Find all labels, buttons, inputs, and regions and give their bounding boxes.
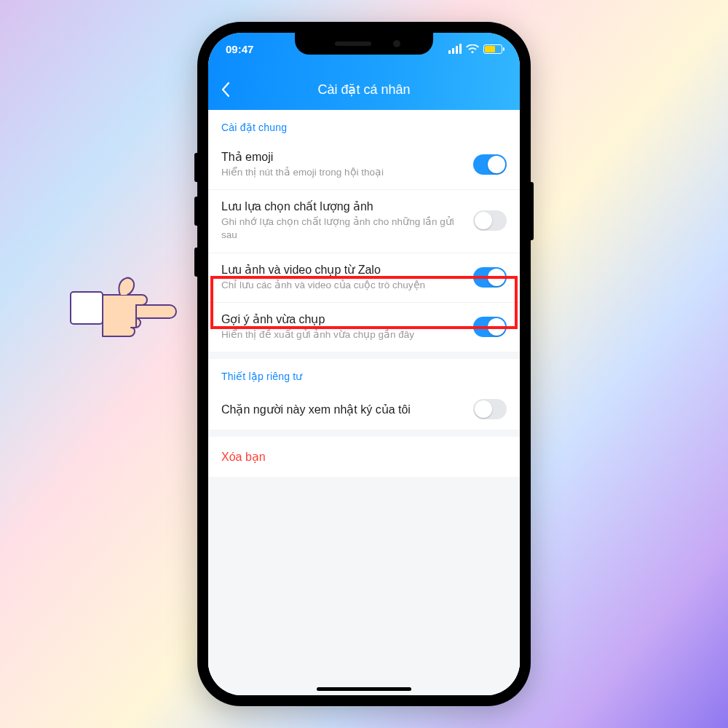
section-heading-general: Cài đặt chung bbox=[208, 110, 520, 141]
row-subtitle: Chỉ lưu các ảnh và video của cuộc trò ch… bbox=[221, 279, 464, 292]
status-indicators bbox=[448, 44, 502, 54]
wifi-icon bbox=[466, 44, 479, 54]
row-emoji[interactable]: Thả emoji Hiển thị nút thả emoji trong h… bbox=[208, 141, 520, 190]
toggle-image-quality[interactable] bbox=[473, 210, 507, 231]
status-time: 09:47 bbox=[226, 43, 253, 55]
row-subtitle: Ghi nhớ lựa chọn chất lượng ảnh cho nhữn… bbox=[221, 215, 464, 242]
row-image-quality[interactable]: Lưu lựa chọn chất lượng ảnh Ghi nhớ lựa … bbox=[208, 190, 520, 253]
home-indicator[interactable] bbox=[317, 687, 411, 691]
toggle-block-timeline[interactable] bbox=[473, 399, 507, 419]
svg-rect-0 bbox=[71, 292, 103, 324]
settings-content: Cài đặt chung Thả emoji Hiển thị nút thả… bbox=[208, 110, 520, 695]
annotation-pointing-hand-icon bbox=[69, 264, 193, 344]
row-title: Gợi ý ảnh vừa chụp bbox=[221, 312, 464, 326]
row-block-timeline[interactable]: Chặn người này xem nhật ký của tôi bbox=[208, 389, 520, 430]
toggle-emoji[interactable] bbox=[473, 154, 507, 175]
row-title: Thả emoji bbox=[221, 150, 464, 164]
section-gap bbox=[208, 430, 520, 437]
section-gap bbox=[208, 477, 520, 695]
page-title: Cài đặt cá nhân bbox=[208, 82, 520, 98]
battery-icon bbox=[483, 44, 502, 54]
row-title: Chặn người này xem nhật ký của tôi bbox=[221, 403, 464, 416]
phone-frame: 09:47 Cài đặt cá nhân bbox=[197, 22, 531, 706]
nav-bar: Cài đặt cá nhân bbox=[208, 69, 520, 110]
section-heading-privacy: Thiết lập riêng tư bbox=[208, 359, 520, 389]
toggle-save-media[interactable] bbox=[473, 267, 507, 288]
row-photo-suggest[interactable]: Gợi ý ảnh vừa chụp Hiển thị đề xuất gửi … bbox=[208, 303, 520, 352]
row-subtitle: Hiển thị đề xuất gửi ảnh vừa chụp gần đâ… bbox=[221, 328, 464, 341]
row-title: Lưu lựa chọn chất lượng ảnh bbox=[221, 199, 464, 213]
row-save-media[interactable]: Lưu ảnh và video chụp từ Zalo Chỉ lưu cá… bbox=[208, 253, 520, 303]
toggle-photo-suggest[interactable] bbox=[473, 317, 507, 337]
row-subtitle: Hiển thị nút thả emoji trong hội thoại bbox=[221, 166, 464, 179]
delete-friend-button[interactable]: Xóa bạn bbox=[208, 437, 520, 477]
row-title: Lưu ảnh và video chụp từ Zalo bbox=[221, 263, 464, 277]
phone-screen: 09:47 Cài đặt cá nhân bbox=[208, 33, 520, 695]
section-gap bbox=[208, 352, 520, 359]
back-button[interactable] bbox=[208, 69, 243, 110]
phone-notch bbox=[295, 33, 433, 55]
signal-icon bbox=[448, 44, 462, 54]
